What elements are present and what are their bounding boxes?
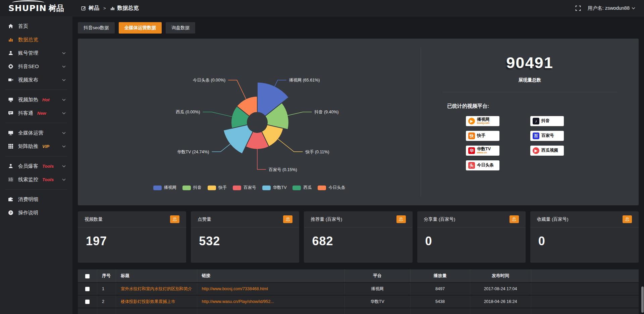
- stat-card-4: 收藏量 (百家号)总0: [530, 211, 639, 263]
- platform-name: 西瓜视频: [541, 148, 558, 153]
- horizontal-divider: [442, 92, 617, 92]
- chart-legend: 播视网抖音快手百家号华数TV西瓜今日头条: [78, 185, 421, 191]
- tab-2[interactable]: 询盘数据: [166, 22, 195, 34]
- bar-chart-icon: [110, 6, 115, 11]
- tab-0[interactable]: 抖音seo数据: [78, 22, 115, 34]
- legend-swatch: [318, 186, 326, 190]
- pie-label: 华数TV (24.74%): [177, 150, 209, 154]
- chevron-down-icon: [62, 52, 66, 54]
- fullscreen-icon[interactable]: [575, 5, 581, 11]
- legend-item[interactable]: 今日头条: [318, 185, 345, 191]
- legend-swatch: [182, 186, 191, 190]
- column-header: 序号: [97, 269, 116, 282]
- sidebar-item-chart[interactable]: 数据总览: [0, 33, 72, 46]
- breadcrumb-root[interactable]: 树品: [89, 5, 99, 12]
- video-icon: [8, 77, 13, 83]
- legend-item[interactable]: 西瓜: [292, 185, 312, 191]
- sidebar-item-gear[interactable]: 抖音SEO: [0, 60, 72, 73]
- legend-item[interactable]: 播视网: [153, 185, 177, 191]
- sidebar-item-grid[interactable]: 矩阵助推VIP: [0, 140, 72, 153]
- videos-table: 序号标题链接平台播放量发布时间1室外水纹灯和室内水纹灯的区别和简介http://…: [78, 269, 639, 314]
- table-row: 1室外水纹灯和室内水纹灯的区别和简介http://www.boosj.com/7…: [78, 283, 639, 295]
- platform-subtext: boosj.com: [477, 122, 490, 124]
- platform-logo-icon: 快: [468, 133, 475, 139]
- column-header: 标题: [116, 269, 197, 282]
- sidebar-item-chat[interactable]: 抖客通New: [0, 106, 72, 120]
- sidebar-item-badge: Tools: [42, 177, 54, 182]
- cell-spacer: [531, 283, 639, 295]
- tab-1[interactable]: 全媒体运营数据: [119, 22, 162, 34]
- cell-plays: [411, 308, 470, 314]
- sidebar-item-badge: VIP: [42, 144, 49, 149]
- breadcrumb: 树品 > 数据总览: [81, 5, 139, 12]
- summary-panel: 90491 展现量总数 已统计的视频平台: ▶播视网boosj.com♪抖音快快…: [421, 39, 639, 205]
- overview-panel: 播视网 (65.61%)抖音 (9.40%)快手 (0.11%)百家号 (0.1…: [78, 39, 639, 205]
- impressions-total-label: 展现量总数: [421, 77, 639, 83]
- question-icon: ?: [8, 210, 13, 215]
- cell-url: http://www.boosj.com/7338468.html: [197, 283, 345, 295]
- stat-card-value: 0: [417, 227, 526, 248]
- link-url[interactable]: http://www.wasu.cn/Play/show/id/952...: [202, 299, 340, 304]
- pie-label-line: [288, 112, 312, 115]
- sidebar-item-member[interactable]: 会员爆客Tools: [0, 159, 72, 173]
- sliders-icon: [8, 177, 13, 182]
- select-all-checkbox[interactable]: [85, 274, 90, 278]
- legend-item[interactable]: 百家号: [233, 185, 256, 191]
- sidebar-item-question[interactable]: ?操作说明: [0, 206, 72, 219]
- sidebar-divider: [5, 156, 67, 156]
- row-checkbox[interactable]: [85, 300, 90, 304]
- chevron-down-icon[interactable]: [632, 7, 635, 9]
- column-header: 播放量: [411, 269, 470, 282]
- sidebar-item-label: 账号管理: [18, 50, 38, 56]
- legend-item[interactable]: 华数TV: [262, 185, 287, 191]
- breadcrumb-current: 数据总览: [117, 5, 139, 12]
- legend-item[interactable]: 快手: [208, 185, 227, 191]
- sidebar-item-user[interactable]: 账号管理: [0, 46, 72, 60]
- sidebar-item-wallet[interactable]: 消费明细: [0, 193, 72, 206]
- cell-title: [116, 308, 197, 314]
- edit-square-icon: [81, 6, 86, 11]
- platform-text: 快手: [477, 134, 485, 138]
- platform-logo-icon: ▶: [533, 147, 539, 154]
- cell-spacer: [531, 308, 639, 314]
- row-checkbox[interactable]: [85, 287, 90, 291]
- cell-title: 楼体投影灯投影效果震撼上市: [116, 296, 197, 308]
- legend-label: 华数TV: [273, 185, 287, 191]
- scrollbar-thumb[interactable]: [641, 286, 644, 313]
- sidebar-divider: [5, 189, 67, 190]
- platform-logo-icon: ▶: [468, 118, 475, 124]
- legend-swatch: [208, 186, 216, 190]
- app-logo[interactable]: SHUPIN 树品: [0, 0, 72, 16]
- link-url[interactable]: http://www.boosj.com/7338468.html: [202, 286, 340, 291]
- cell-title: 室外水纹灯和室内水纹灯的区别和简介: [116, 283, 197, 295]
- sidebar-item-label: 首页: [18, 23, 28, 30]
- link-title[interactable]: 楼体投影灯投影效果震撼上市: [121, 299, 192, 305]
- sidebar-item-home[interactable]: 首页: [0, 19, 72, 33]
- row-checkbox-cell: [78, 296, 97, 308]
- chart-icon: [8, 37, 13, 42]
- legend-item[interactable]: 抖音: [182, 185, 202, 191]
- chevron-down-icon: [62, 165, 66, 167]
- platform-text: 西瓜视频: [541, 148, 558, 153]
- chevron-down-icon: [62, 112, 66, 114]
- sidebar-item-monitor[interactable]: 全媒体运营: [0, 126, 72, 140]
- platforms-grid: ▶播视网boosj.com♪抖音快快手百百家号华华数TVwasu.cn▶西瓜视频…: [466, 116, 639, 170]
- column-header: [531, 269, 639, 282]
- link-title[interactable]: 室外水纹灯和室内水纹灯的区别和简介: [121, 286, 192, 292]
- sidebar-item-label: 全媒体运营: [18, 130, 43, 136]
- sidebar-item-video[interactable]: 视频发布: [0, 73, 72, 87]
- topbar: SHUPIN 树品 树品 > 数据总览 用户名: zswodun88: [0, 0, 644, 16]
- user-icon: [8, 50, 13, 56]
- pie-label-line: [203, 112, 232, 117]
- stat-card-label: 点赞量: [198, 216, 211, 222]
- username[interactable]: 用户名: zswodun88: [588, 5, 630, 11]
- pie-slice[interactable]: [223, 125, 253, 154]
- sidebar-item-sliders[interactable]: 线索监控Tools: [0, 173, 72, 186]
- cell-spacer: [531, 296, 639, 308]
- pie-label: 抖音 (9.40%): [314, 110, 338, 114]
- sidebar-item-screen[interactable]: 视频加热Hot: [0, 93, 72, 106]
- total-badge: 总: [170, 215, 179, 223]
- monitor-icon: [8, 130, 13, 136]
- platform-badge: 华华数TVwasu.cn: [466, 146, 499, 156]
- gear-icon: [8, 64, 13, 69]
